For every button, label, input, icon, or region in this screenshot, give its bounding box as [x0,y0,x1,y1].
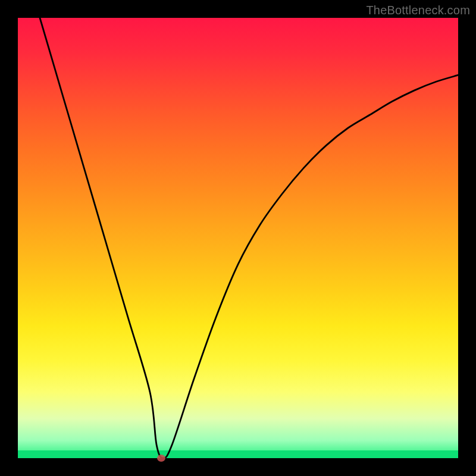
bottleneck-curve [18,18,458,458]
chart-container: TheBottleneck.com [0,0,476,476]
watermark-text: TheBottleneck.com [366,4,470,17]
minimum-marker-icon [157,455,165,462]
